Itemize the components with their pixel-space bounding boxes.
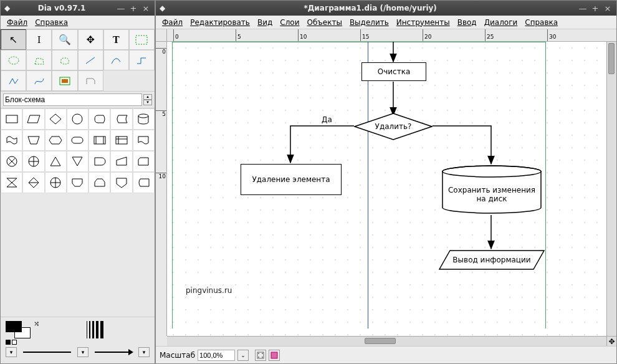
scrollbar-vertical[interactable]: [606, 42, 616, 336]
arrow-start-dropdown[interactable]: ▾: [6, 347, 17, 357]
canvas-minimize-icon[interactable]: —: [578, 3, 588, 13]
canvas-titlebar[interactable]: ◆ *Диаграмма1.dia (/home/yuriy) — + ×: [156, 1, 616, 16]
shape-loop[interactable]: [67, 172, 88, 193]
menu-help[interactable]: Справка: [521, 17, 562, 28]
tool-scroll[interactable]: ✥: [78, 29, 103, 50]
ruler-vertical[interactable]: 0 5 10: [156, 42, 167, 336]
tool-beziergon[interactable]: [52, 50, 77, 70]
tool-ellipse[interactable]: [1, 50, 26, 70]
zoom-input[interactable]: [198, 350, 235, 361]
menu-view[interactable]: Вид: [254, 17, 276, 28]
canvas-app-icon: ◆: [160, 4, 165, 12]
shape-datasrc[interactable]: [133, 172, 155, 193]
shape-process[interactable]: [1, 108, 22, 130]
shape-predefined[interactable]: [88, 130, 110, 151]
svg-point-1: [9, 57, 19, 64]
shape-delay[interactable]: [88, 151, 110, 172]
shape-collate[interactable]: [1, 172, 22, 193]
shape-sheet-spinner[interactable]: ▴▾: [143, 94, 152, 105]
node-process-ochistka[interactable]: Очистка: [361, 62, 426, 81]
tool-box[interactable]: [129, 29, 155, 50]
svg-point-6: [72, 114, 82, 124]
menu-input[interactable]: Ввод: [454, 17, 481, 28]
canvas[interactable]: Да Очистка Удалить? Удаление элемента Со…: [167, 42, 606, 336]
navigator-button[interactable]: ✥: [606, 336, 616, 346]
tool-pointer[interactable]: ↖: [1, 29, 26, 50]
tool-polyline[interactable]: [1, 70, 26, 91]
line-width-presets[interactable]: [87, 321, 103, 338]
zoom-dropdown[interactable]: ⌄: [237, 350, 249, 361]
shape-tape[interactable]: [1, 130, 22, 151]
shape-extract[interactable]: [45, 151, 67, 172]
ruler-horizontal[interactable]: 0 5 10 15 20 25 30: [167, 29, 616, 42]
tool-line[interactable]: [78, 50, 103, 70]
shape-connector[interactable]: [67, 108, 88, 130]
tool-arc[interactable]: [103, 50, 129, 70]
scrollbar-horizontal[interactable]: [167, 336, 606, 346]
shape-looplimit[interactable]: [88, 172, 110, 193]
shape-display[interactable]: [88, 108, 110, 130]
tool-text[interactable]: T: [103, 29, 129, 50]
toolbox-menu-file[interactable]: Файл: [3, 17, 31, 28]
shape-sheet-input[interactable]: [3, 93, 142, 106]
svg-point-33: [262, 357, 263, 358]
menu-select[interactable]: Выделить: [346, 17, 393, 28]
shape-or[interactable]: [22, 151, 44, 172]
canvas-maximize-icon[interactable]: +: [590, 3, 600, 13]
shape-sheet-selector: ▴▾: [1, 91, 155, 108]
svg-rect-5: [6, 115, 17, 123]
ruler-corner[interactable]: [156, 29, 167, 42]
color-swatch[interactable]: ⤭: [6, 321, 31, 338]
shape-io[interactable]: [22, 108, 44, 130]
minimize-icon[interactable]: —: [116, 3, 126, 13]
snap-grid-toggle[interactable]: [255, 350, 266, 361]
toolbox-menu-help[interactable]: Справка: [31, 17, 72, 28]
shape-terminal[interactable]: [67, 130, 88, 151]
toolbox-menubar: Файл Справка: [1, 16, 155, 29]
shape-card[interactable]: [133, 151, 155, 172]
menu-layers[interactable]: Слои: [276, 17, 303, 28]
tool-magnify[interactable]: 🔍: [52, 29, 77, 50]
tool-bezier[interactable]: [26, 70, 52, 91]
shape-document[interactable]: [133, 130, 155, 151]
shape-preparation[interactable]: [45, 130, 67, 151]
tool-zigzag[interactable]: [129, 50, 155, 70]
node-magnetic-disk[interactable]: Сохранить изменения на диск: [441, 165, 542, 214]
node-io-vyvod[interactable]: Вывод информации: [439, 250, 545, 270]
menu-edit[interactable]: Редактировать: [186, 17, 254, 28]
menu-file[interactable]: Файл: [158, 17, 186, 28]
line-style-dropdown[interactable]: ▾: [77, 347, 88, 357]
zoom-label: Масштаб: [160, 351, 195, 360]
tool-outline[interactable]: [78, 70, 103, 91]
shape-manualinput[interactable]: [110, 151, 132, 172]
arrow-end-dropdown[interactable]: ▾: [138, 347, 150, 357]
toolbox-title: Dia v0.97.1: [10, 4, 113, 12]
svg-point-32: [258, 357, 259, 358]
shape-offpage[interactable]: [110, 172, 132, 193]
canvas-close-icon[interactable]: ×: [603, 3, 613, 13]
shape-orgate[interactable]: [45, 172, 67, 193]
menu-tools[interactable]: Инструменты: [393, 17, 454, 28]
swap-colors-icon[interactable]: ⤭: [34, 320, 39, 328]
line-style-sample[interactable]: [23, 352, 71, 353]
canvas-menubar: Файл Редактировать Вид Слои Объекты Выде…: [156, 16, 616, 29]
tool-polygon[interactable]: [26, 50, 52, 70]
menu-objects[interactable]: Объекты: [303, 17, 345, 28]
snap-object-toggle[interactable]: [269, 350, 280, 361]
tool-image[interactable]: [52, 70, 77, 91]
shape-sort[interactable]: [22, 172, 44, 193]
node-decision-udalit[interactable]: Удалить?: [354, 113, 433, 140]
shape-storeddata[interactable]: [110, 108, 132, 130]
menu-dialogs[interactable]: Диалоги: [481, 17, 522, 28]
shape-internal[interactable]: [110, 130, 132, 151]
toolbox-titlebar[interactable]: ◆ Dia v0.97.1 — + ×: [1, 1, 155, 16]
shape-merge[interactable]: [67, 151, 88, 172]
close-icon[interactable]: ×: [141, 3, 151, 13]
shape-database[interactable]: [133, 108, 155, 130]
shape-decision[interactable]: [45, 108, 67, 130]
shape-sumjunction[interactable]: [1, 151, 22, 172]
tool-textedit[interactable]: I: [26, 29, 52, 50]
node-process-udalenie[interactable]: Удаление элемента: [241, 164, 342, 195]
shape-manualop[interactable]: [22, 130, 44, 151]
maximize-icon[interactable]: +: [128, 3, 138, 13]
